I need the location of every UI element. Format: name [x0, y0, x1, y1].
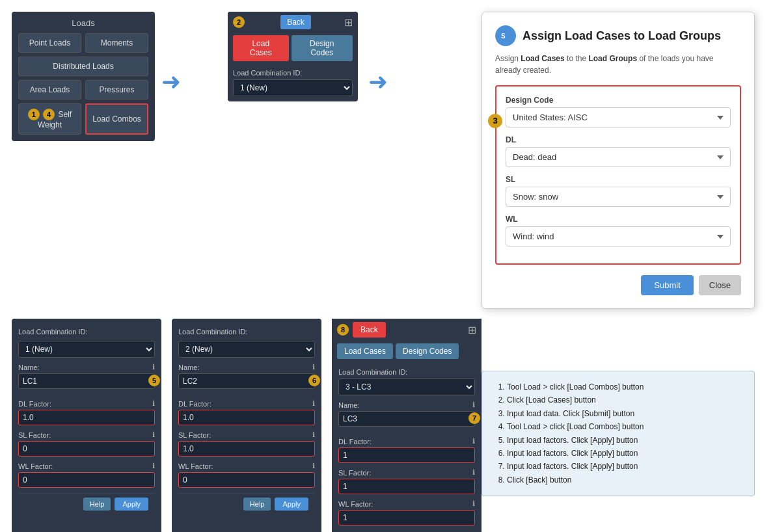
wl-info-icon-2: ℹ — [312, 462, 315, 470]
assign-dialog: S Assign Load Cases to Load Groups Assig… — [481, 12, 755, 309]
area-loads-button[interactable]: Area Loads — [18, 80, 81, 100]
back-button-bottom[interactable]: Back — [353, 322, 386, 338]
dl-factor-label-3: DL Factor: ℹ — [338, 437, 475, 446]
dialog-subtitle: Assign Load Cases to the Load Groups of … — [495, 53, 741, 76]
wl-factor-input-1[interactable] — [18, 472, 155, 488]
tab-load-cases-top[interactable]: Load Cases — [233, 35, 289, 61]
wl-group: WL Wind: wind — [506, 215, 731, 246]
dl-factor-label-1: DL Factor: ℹ — [18, 399, 155, 408]
wl-factor-label-3: WL Factor: ℹ — [338, 499, 475, 508]
help-button-1[interactable]: Help — [83, 498, 111, 511]
sl-factor-input-1[interactable] — [18, 441, 155, 457]
tab-load-cases-3[interactable]: Load Cases — [337, 343, 393, 359]
sl-factor-label-1: SL Factor: ℹ — [18, 431, 155, 439]
badge-3: 3 — [488, 114, 502, 128]
design-code-label: Design Code — [506, 96, 731, 105]
badge-8: 8 — [337, 324, 349, 336]
dl-info-icon-1: ℹ — [152, 399, 155, 408]
dialog-footer: Submit Close — [495, 275, 741, 295]
sl-select[interactable]: Snow: snow — [506, 187, 731, 207]
dl-info-icon-2: ℹ — [312, 399, 315, 408]
load-combos-button[interactable]: Load Combos — [85, 103, 148, 135]
lc-form-panel-1: Load Combination ID: 1 (New) Name: ℹ 5 D… — [12, 319, 161, 532]
dl-select[interactable]: Dead: dead — [506, 147, 731, 167]
combo-id-label-3: Load Combination ID: — [338, 368, 475, 376]
name-input-1[interactable] — [18, 373, 155, 389]
combo-id-label-2: Load Combination ID: — [178, 325, 315, 338]
grid-icon-top: ⊞ — [344, 16, 353, 29]
instruction-2: Click [Load Cases] button — [507, 393, 742, 406]
sl-factor-label-3: SL Factor: ℹ — [338, 468, 475, 477]
badge-4: 4 — [43, 109, 55, 120]
sl-label: SL — [506, 175, 731, 184]
combo-id-select-3[interactable]: 3 - LC3 — [338, 379, 475, 395]
wl-label: WL — [506, 215, 731, 224]
instruction-5: Input load factors. Click [Apply] button — [507, 434, 742, 447]
sl-info-icon-2: ℹ — [312, 431, 315, 439]
grid-icon-bottom: ⊞ — [468, 324, 476, 336]
submit-button[interactable]: Submit — [641, 275, 693, 295]
combo-id-select-1[interactable]: 1 (New) — [18, 341, 155, 358]
tab-design-codes-top[interactable]: Design Codes — [292, 35, 353, 61]
sl-factor-input-2[interactable] — [178, 441, 315, 457]
arrow-1: ➜ — [161, 70, 181, 94]
lc-panel-top-header: 2 Back ⊞ — [228, 12, 358, 33]
help-button-2[interactable]: Help — [243, 498, 271, 511]
point-loads-button[interactable]: Point Loads — [18, 33, 81, 53]
name-label-2: Name: ℹ — [178, 363, 315, 371]
dl-factor-input-2[interactable] — [178, 410, 315, 425]
design-code-group: Design Code United States: AISC — [506, 96, 731, 127]
wl-factor-label-1: WL Factor: ℹ — [18, 462, 155, 470]
lc-form-panel-2: Load Combination ID: 2 (New) Name: ℹ 6 D… — [172, 319, 321, 532]
combo-id-label-1: Load Combination ID: — [18, 325, 155, 338]
panel-footer-2: Help Apply — [178, 493, 315, 514]
name-input-3[interactable] — [338, 411, 475, 427]
instruction-6: Input load factors. Click [Apply] button — [507, 447, 742, 460]
pressures-button[interactable]: Pressures — [85, 80, 148, 100]
wl-info-icon-3: ℹ — [472, 499, 475, 508]
sl-factor-input-3[interactable] — [338, 479, 475, 494]
sl-factor-label-2: SL Factor: ℹ — [178, 431, 315, 439]
combo-id-select-2[interactable]: 2 (New) — [178, 341, 315, 358]
instruction-4: Tool Load > click [Load Combos] button — [507, 420, 742, 433]
lc-form-panel-3-inner: Load Combination ID: 3 - LC3 Name: ℹ 7 D… — [332, 362, 481, 532]
loads-panel: Loads Point Loads Moments Distributed Lo… — [12, 12, 155, 141]
dialog-form: Design Code United States: AISC DL Dead:… — [495, 85, 741, 265]
apply-button-1[interactable]: Apply — [115, 498, 148, 511]
close-button[interactable]: Close — [699, 275, 741, 295]
dl-factor-input-3[interactable] — [338, 447, 475, 463]
self-weight-button[interactable]: 1 4 Self Weight — [18, 103, 81, 135]
sl-info-icon-1: ℹ — [152, 431, 155, 439]
subtitle-load-cases: Load Cases — [521, 54, 564, 63]
combo-id-select-top[interactable]: 1 (New) — [233, 79, 353, 96]
back-button-top[interactable]: Back — [280, 15, 311, 29]
lc-panel3-header: 8 Back ⊞ — [332, 319, 481, 341]
lc-panel-top: 2 Back ⊞ Load Cases Design Codes Load Co… — [228, 12, 358, 101]
instructions-list: Tool Load > click [Load Combos] button C… — [494, 380, 742, 486]
instructions-box: Tool Load > click [Load Combos] button C… — [481, 371, 755, 496]
badge-6: 6 — [308, 375, 320, 386]
apply-button-2[interactable]: Apply — [275, 498, 308, 511]
subtitle-load-groups: Load Groups — [588, 54, 637, 63]
sl-group: SL Snow: snow — [506, 175, 731, 207]
wl-factor-input-2[interactable] — [178, 472, 315, 488]
wl-factor-input-3[interactable] — [338, 510, 475, 525]
lc-panel3-tabs: Load Cases Design Codes — [332, 341, 481, 362]
badge-7: 7 — [468, 412, 480, 424]
tab-design-codes-3[interactable]: Design Codes — [396, 343, 459, 359]
dialog-title: Assign Load Cases to Load Groups — [522, 29, 721, 43]
dl-label: DL — [506, 135, 731, 144]
combo-id-label-top: Load Combination ID: — [233, 69, 353, 77]
dl-factor-label-2: DL Factor: ℹ — [178, 399, 315, 408]
name-info-icon-1: ℹ — [152, 363, 155, 371]
sl-info-icon-3: ℹ — [472, 468, 475, 477]
name-info-icon-2: ℹ — [312, 363, 315, 371]
distributed-loads-button[interactable]: Distributed Loads — [18, 57, 148, 76]
design-code-select[interactable]: United States: AISC — [506, 107, 731, 127]
moments-button[interactable]: Moments — [85, 33, 148, 53]
dl-factor-input-1[interactable] — [18, 410, 155, 425]
name-input-2[interactable] — [178, 373, 315, 389]
name-label-3: Name: ℹ — [338, 401, 475, 409]
wl-select[interactable]: Wind: wind — [506, 226, 731, 246]
arrow-2: ➜ — [368, 70, 388, 94]
